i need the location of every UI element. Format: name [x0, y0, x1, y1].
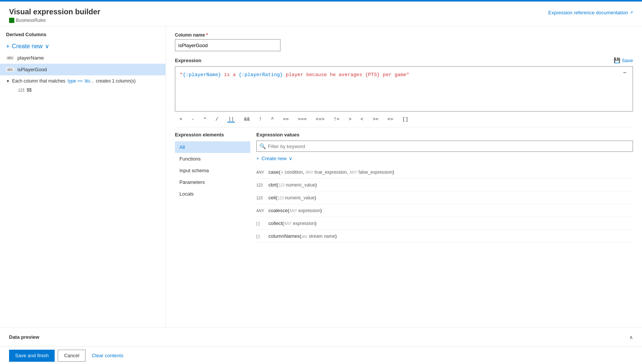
column-name-label: Column name * [175, 32, 633, 38]
op-minus[interactable]: - [187, 115, 199, 124]
column-item-isPlayerGood[interactable]: abc isPlayerGood [0, 64, 165, 75]
op-lt[interactable]: < [356, 115, 368, 124]
column-name-input[interactable] [175, 39, 280, 51]
clear-contents-button[interactable]: Clear contents [89, 350, 126, 362]
each-col-section: ▼ Each column that matches type == 'do..… [0, 75, 165, 97]
create-new-button[interactable]: + Create new ∨ [0, 40, 165, 52]
save-icon: 💾 [614, 57, 620, 63]
op-strict-eq[interactable]: === [293, 115, 311, 124]
required-indicator: * [206, 32, 208, 38]
op-plus[interactable]: + [175, 115, 187, 124]
expression-editor[interactable]: "{:playerName} is a {:playerRating} play… [175, 66, 633, 112]
filter-input[interactable] [256, 141, 633, 152]
op-gte[interactable]: >= [368, 115, 383, 124]
data-preview-bar: Data preview ∧ [0, 327, 642, 346]
expression-values-panel: Expression values 🔍 + Create new ∨ ANY c… [250, 132, 633, 243]
expression-elements-panel: Expression elements All Functions Input … [175, 132, 250, 243]
fn-ceil[interactable]: 123 ceil(123 numeric_value) [256, 191, 633, 204]
op-spaceship[interactable]: <=> [311, 115, 329, 124]
op-gt[interactable]: > [344, 115, 356, 124]
each-col-toggle[interactable]: ▼ Each column that matches type == 'do..… [6, 78, 159, 84]
expression-reference-link[interactable]: Expression reference documentation ↗ [548, 10, 633, 15]
elem-functions[interactable]: Functions [175, 153, 250, 165]
breadcrumb: BusinessRules [9, 18, 100, 23]
save-expression-button[interactable]: 💾 Save [614, 57, 633, 63]
elem-locals[interactable]: Locals [175, 188, 250, 200]
plus-icon: + [256, 156, 259, 161]
op-eq[interactable]: == [278, 115, 293, 124]
op-xor[interactable]: ^ [267, 115, 279, 124]
business-rules-icon [9, 18, 14, 23]
create-new-value-button[interactable]: + Create new ∨ [256, 156, 633, 161]
cancel-button[interactable]: Cancel [58, 350, 86, 362]
search-icon: 🔍 [259, 143, 266, 149]
elem-all[interactable]: All [175, 141, 250, 153]
op-divide[interactable]: / [211, 115, 223, 124]
type-badge: abc [6, 67, 14, 72]
op-lte[interactable]: <= [383, 115, 398, 124]
collapse-expression-button[interactable]: − [623, 70, 627, 76]
chevron-down-icon: ∨ [289, 156, 293, 161]
op-and[interactable]: && [239, 115, 254, 124]
expression-section-header: Expression 💾 Save [175, 57, 633, 63]
footer: Save and finish Cancel Clear contents [0, 346, 642, 364]
op-brackets[interactable]: [] [398, 115, 413, 124]
save-finish-button[interactable]: Save and finish [9, 350, 55, 362]
type-badge: abc [6, 56, 14, 60]
fn-columnNames[interactable]: [ ] columnNames(abc stream name) [256, 230, 633, 243]
function-list: ANY case(✕ condition, ANY true_expressio… [256, 166, 633, 243]
pattern-item: 123 $$ [6, 86, 159, 94]
op-or[interactable]: || [223, 115, 239, 124]
left-panel: Derived Columns + Create new ∨ abc playe… [0, 26, 166, 327]
operators-bar: + - * / || && ! ^ == === <=> != > < >= <… [175, 112, 633, 127]
chevron-down-icon: ▼ [6, 79, 10, 83]
expression-bottom: Expression elements All Functions Input … [175, 132, 633, 243]
elem-parameters[interactable]: Parameters [175, 176, 250, 188]
fn-case[interactable]: ANY case(✕ condition, ANY true_expressio… [256, 166, 633, 179]
column-item-playerName[interactable]: abc playerName [0, 52, 165, 64]
op-multiply[interactable]: * [199, 115, 211, 124]
filter-wrap: 🔍 [256, 141, 633, 152]
plus-icon: + [6, 43, 9, 50]
collapse-preview-button[interactable]: ∧ [629, 334, 633, 340]
elem-input-schema[interactable]: Input schema [175, 165, 250, 176]
external-link-icon: ↗ [630, 10, 633, 15]
derived-columns-header: Derived Columns [0, 26, 165, 40]
type-filter-link[interactable]: type == 'do... [67, 78, 93, 84]
expression-code: "{:playerName} is a {:playerRating} play… [180, 71, 628, 79]
fn-collect[interactable]: [ ] collect(ANY expression) [256, 217, 633, 230]
page-title: Visual expression builder [9, 8, 100, 16]
fn-cbrt[interactable]: 123 cbrt(123 numeric_value) [256, 179, 633, 191]
chevron-down-icon: ∨ [45, 43, 49, 50]
fn-coalesce[interactable]: ANY coalesce(ANY expression) [256, 204, 633, 217]
op-neq[interactable]: != [329, 115, 344, 124]
right-panel: Column name * Expression 💾 Save "{:playe… [166, 26, 642, 327]
op-not[interactable]: ! [254, 115, 267, 124]
